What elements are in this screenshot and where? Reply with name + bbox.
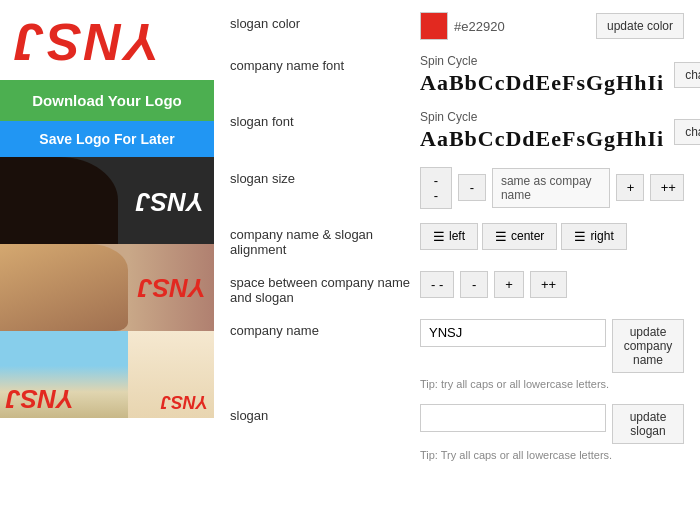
space-row: space between company name and slogan - … xyxy=(230,271,684,305)
space-pp-button[interactable]: ++ xyxy=(530,271,567,298)
slogan-input[interactable] xyxy=(420,404,606,432)
slogan-font-label: slogan font xyxy=(230,110,420,129)
slogan-tip: Tip: Try all caps or all lowercase lette… xyxy=(420,449,612,461)
save-logo-button[interactable]: Save Logo For Later xyxy=(0,121,214,157)
align-left-button[interactable]: ☰ left xyxy=(420,223,478,250)
slogan-size-control: - - - same as compay name + ++ xyxy=(420,167,684,209)
slogan-size-m-button[interactable]: - xyxy=(458,174,486,201)
company-font-block: Spin Cycle AaBbCcDdEeFsGgHhIi change xyxy=(420,54,700,96)
slogan-size-label: slogan size xyxy=(230,167,420,186)
main-logo: YNSJ xyxy=(12,16,160,68)
company-name-input[interactable] xyxy=(420,319,606,347)
preview-logo-beach: YNSJ xyxy=(6,383,74,414)
update-color-button[interactable]: update color xyxy=(596,13,684,39)
slogan-size-pp-button[interactable]: ++ xyxy=(650,174,684,201)
download-logo-button[interactable]: Download Your Logo xyxy=(0,80,214,121)
space-label: space between company name and slogan xyxy=(230,271,420,305)
company-font-info: Spin Cycle AaBbCcDdEeFsGgHhIi xyxy=(420,54,664,96)
slogan-color-label: slogan color xyxy=(230,12,420,31)
slogan-color-hex: #e22920 xyxy=(454,19,590,34)
align-center-icon: ☰ xyxy=(495,229,507,244)
slogan-color-row: slogan color #e22920 update color xyxy=(230,12,684,40)
align-right-icon: ☰ xyxy=(574,229,586,244)
right-panel: slogan color #e22920 update color compan… xyxy=(214,0,700,506)
logo-area: YNSJ xyxy=(0,0,214,80)
update-slogan-button[interactable]: update slogan xyxy=(612,404,684,444)
slogan-size-same-label: same as compay name xyxy=(492,168,610,208)
slogan-font-row: slogan font Spin Cycle AaBbCcDdEeFsGgHhI… xyxy=(230,110,684,152)
company-name-row: company name update company name Tip: tr… xyxy=(230,319,684,390)
slogan-font-change-button[interactable]: change xyxy=(674,119,700,145)
company-font-name: Spin Cycle xyxy=(420,54,664,68)
alignment-row: company name & slogan alignment ☰ left ☰… xyxy=(230,223,684,257)
company-font-label: company name font xyxy=(230,54,420,73)
preview-logo-dark: YNSJ xyxy=(136,185,204,216)
preview-model: YNSJ xyxy=(0,244,214,331)
space-m-button[interactable]: - xyxy=(460,271,488,298)
align-center-label: center xyxy=(511,229,544,243)
slogan-font-info: Spin Cycle AaBbCcDdEeFsGgHhIi xyxy=(420,110,664,152)
company-name-tip: Tip: try all caps or all lowercase lette… xyxy=(420,378,609,390)
company-font-row: company name font Spin Cycle AaBbCcDdEeF… xyxy=(230,54,684,96)
silhouette xyxy=(0,157,118,244)
space-mm-button[interactable]: - - xyxy=(420,271,454,298)
company-font-control: Spin Cycle AaBbCcDdEeFsGgHhIi change xyxy=(420,54,700,96)
preview-logo-beach-2: YNSJ xyxy=(161,391,208,412)
align-left-label: left xyxy=(449,229,465,243)
slogan-font-block: Spin Cycle AaBbCcDdEeFsGgHhIi change xyxy=(420,110,700,152)
slogan-font-control: Spin Cycle AaBbCcDdEeFsGgHhIi change xyxy=(420,110,700,152)
alignment-label: company name & slogan alignment xyxy=(230,223,420,257)
slogan-size-row: slogan size - - - same as compay name + … xyxy=(230,167,684,209)
slogan-font-preview: AaBbCcDdEeFsGgHhIi xyxy=(420,126,664,152)
company-font-preview: AaBbCcDdEeFsGgHhIi xyxy=(420,70,664,96)
company-name-control: update company name Tip: try all caps or… xyxy=(420,319,684,390)
space-control: - - - + ++ xyxy=(420,271,684,298)
align-right-label: right xyxy=(590,229,613,243)
model-bg-shape xyxy=(0,244,128,331)
update-company-name-button[interactable]: update company name xyxy=(612,319,684,373)
company-name-input-row: update company name xyxy=(420,319,684,373)
slogan-row: slogan update slogan Tip: Try all caps o… xyxy=(230,404,684,461)
slogan-color-swatch[interactable] xyxy=(420,12,448,40)
preview-beach: YNSJ YNSJ xyxy=(0,331,214,418)
slogan-size-mm-button[interactable]: - - xyxy=(420,167,452,209)
preview-logo-model: YNSJ xyxy=(138,272,206,303)
company-name-label: company name xyxy=(230,319,420,338)
slogan-font-row-inner: Spin Cycle AaBbCcDdEeFsGgHhIi change xyxy=(420,110,700,152)
slogan-color-control: #e22920 update color xyxy=(420,12,684,40)
space-p-button[interactable]: + xyxy=(494,271,524,298)
align-right-button[interactable]: ☰ right xyxy=(561,223,626,250)
slogan-font-name: Spin Cycle xyxy=(420,110,664,124)
left-panel: YNSJ Download Your Logo Save Logo For La… xyxy=(0,0,214,506)
preview-dark: YNSJ xyxy=(0,157,214,244)
company-font-row-inner: Spin Cycle AaBbCcDdEeFsGgHhIi change xyxy=(420,54,700,96)
slogan-size-p-button[interactable]: + xyxy=(616,174,644,201)
slogan-label: slogan xyxy=(230,404,420,423)
alignment-control: ☰ left ☰ center ☰ right xyxy=(420,223,684,250)
align-left-icon: ☰ xyxy=(433,229,445,244)
slogan-control: update slogan Tip: Try all caps or all l… xyxy=(420,404,684,461)
company-font-change-button[interactable]: change xyxy=(674,62,700,88)
slogan-input-row: update slogan xyxy=(420,404,684,444)
align-center-button[interactable]: ☰ center xyxy=(482,223,557,250)
